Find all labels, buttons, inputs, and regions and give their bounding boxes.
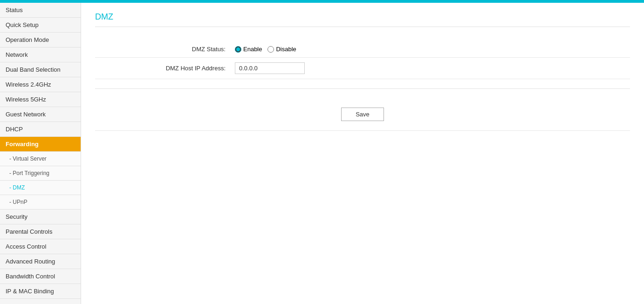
dmz-host-ip-control	[235, 62, 305, 74]
disable-radio-option[interactable]: Disable	[267, 46, 296, 53]
sidebar-item-upnp[interactable]: - UPnP	[0, 195, 81, 209]
dmz-host-ip-row: DMZ Host IP Address:	[95, 58, 630, 79]
enable-label: Enable	[243, 46, 262, 53]
save-button[interactable]: Save	[341, 108, 384, 121]
enable-radio[interactable]	[235, 46, 241, 53]
sidebar-item-advanced-routing[interactable]: Advanced Routing	[0, 254, 81, 269]
sidebar-item-network[interactable]: Network	[0, 47, 81, 62]
sidebar-item-quick-setup[interactable]: Quick Setup	[0, 18, 81, 33]
content-area: DMZ DMZ Status: Enable Disable	[81, 3, 644, 304]
title-divider	[95, 27, 630, 27]
sidebar-item-forwarding[interactable]: Forwarding	[0, 137, 81, 152]
dmz-host-ip-input[interactable]	[235, 62, 305, 74]
sidebar-item-dmz[interactable]: - DMZ	[0, 181, 81, 195]
dmz-host-ip-label: DMZ Host IP Address:	[95, 65, 235, 72]
main-layout: StatusQuick SetupOperation ModeNetworkDu…	[0, 3, 644, 304]
sidebar-item-wireless-24[interactable]: Wireless 2.4GHz	[0, 77, 81, 92]
sidebar-item-guest-network[interactable]: Guest Network	[0, 107, 81, 122]
dmz-status-row: DMZ Status: Enable Disable	[95, 41, 630, 58]
sidebar-item-dual-band-selection[interactable]: Dual Band Selection	[0, 62, 81, 77]
sidebar-item-ip-mac-binding[interactable]: IP & MAC Binding	[0, 284, 81, 299]
sidebar-item-dhcp[interactable]: DHCP	[0, 122, 81, 137]
dmz-status-label: DMZ Status:	[95, 46, 235, 53]
sidebar-item-virtual-server[interactable]: - Virtual Server	[0, 152, 81, 166]
form-divider	[95, 88, 630, 89]
sidebar-item-access-control[interactable]: Access Control	[0, 239, 81, 254]
sidebar-item-operation-mode[interactable]: Operation Mode	[0, 33, 81, 47]
page-title: DMZ	[95, 12, 630, 22]
disable-radio[interactable]	[267, 46, 274, 53]
sidebar-item-wireless-5[interactable]: Wireless 5GHz	[0, 92, 81, 107]
dmz-status-control: Enable Disable	[235, 46, 296, 53]
enable-radio-option[interactable]: Enable	[235, 46, 262, 53]
sidebar-item-dynamic-dns[interactable]: Dynamic DNS	[0, 299, 81, 304]
sidebar-item-port-triggering[interactable]: - Port Triggering	[0, 166, 81, 181]
sidebar-item-bandwidth-control[interactable]: Bandwidth Control	[0, 269, 81, 284]
disable-label: Disable	[276, 46, 296, 53]
save-row: Save	[95, 98, 630, 131]
form-section: DMZ Status: Enable Disable DMZ Host IP A…	[95, 36, 630, 84]
sidebar: StatusQuick SetupOperation ModeNetworkDu…	[0, 3, 81, 304]
sidebar-item-status[interactable]: Status	[0, 3, 81, 18]
sidebar-item-parental-controls[interactable]: Parental Controls	[0, 224, 81, 239]
sidebar-item-security[interactable]: Security	[0, 209, 81, 224]
